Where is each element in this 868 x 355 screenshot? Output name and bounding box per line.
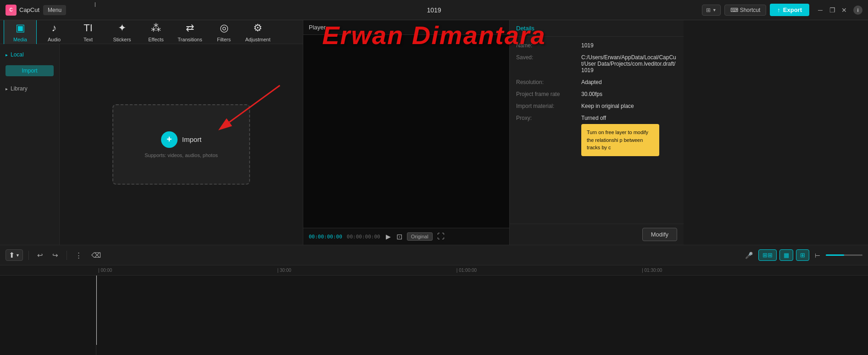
import-sidebar-button[interactable]: Import — [6, 65, 54, 76]
cursor-dropdown-icon: ▼ — [16, 253, 20, 258]
adjustment-icon: ⚙ — [253, 22, 262, 34]
shortcut-button[interactable]: ⌨ Shortcut — [724, 5, 767, 16]
track-content — [96, 276, 868, 355]
detail-row-saved: Saved: C:/Users/Erwan/AppData/Local/CapC… — [516, 54, 677, 73]
toolbar-item-transitions[interactable]: ⇄ Transitions — [173, 16, 206, 49]
volume-fill — [826, 254, 844, 256]
toolbar-item-filters[interactable]: ◎ Filters — [207, 16, 240, 49]
timeline-area: ⬆ ▼ ↩ ↪ ⋮ ⌫ 🎤 ⊞⊞ ▦ ⊞ ⊢ — [0, 245, 868, 355]
detail-row-resolution: Resolution: Adapted — [516, 79, 677, 85]
resolution-label: Resolution: — [516, 79, 576, 85]
text-icon: TI — [83, 22, 93, 34]
plus-icon: + — [167, 134, 172, 145]
tooltip-box: Turn on free layer to modify the relatio… — [581, 124, 659, 156]
timeline-toolbar: ⬆ ▼ ↩ ↪ ⋮ ⌫ 🎤 ⊞⊞ ▦ ⊞ ⊢ — [0, 245, 868, 265]
effects-icon: ⁂ — [151, 22, 161, 34]
close-button[interactable]: ✕ — [840, 6, 848, 14]
toolbar-nav: ▣ Media ♪ Audio TI Text ✦ Stickers ⁂ E — [0, 20, 303, 44]
detail-row-name: Name: 1019 — [516, 42, 677, 49]
import-box-inner: + Import — [161, 131, 202, 148]
title-bar-right: ⊞ ▼ ⌨ Shortcut ↑ Export ─ ❐ ✕ i — [702, 4, 862, 16]
effects-label: Effects — [148, 37, 163, 42]
original-button[interactable]: Original — [407, 232, 433, 241]
details-footer: Modify — [510, 224, 684, 245]
app-logo-icon: C — [6, 5, 17, 16]
title-bar: C CapCut Menu 1019 ⊞ ▼ ⌨ Shortcut ↑ Expo… — [0, 0, 868, 20]
name-label: Name: — [516, 42, 576, 49]
split-button[interactable]: ⋮ — [72, 249, 85, 261]
audio-icon: ♪ — [52, 22, 57, 34]
proxy-value: Turned off — [581, 115, 659, 121]
redo-button[interactable]: ↪ — [50, 249, 61, 261]
detail-row-proxy: Proxy: Turned off Turn on free layer to … — [516, 115, 677, 156]
window-controls: ─ ❐ ✕ — [817, 6, 848, 14]
link-clips-button[interactable]: ⊞⊞ — [758, 249, 777, 261]
player-area: Player 00:00:00:00 00:00:00:00 ▶ ⊡ Origi… — [303, 20, 509, 245]
app-name: CapCut — [19, 6, 39, 13]
toolbar-item-text[interactable]: TI Text — [72, 16, 105, 49]
details-content: Name: 1019 Saved: C:/Users/Erwan/AppData… — [510, 37, 684, 224]
toolbar-item-effects[interactable]: ⁂ Effects — [139, 16, 172, 49]
main-track-button[interactable]: ▦ — [779, 249, 793, 261]
app-logo: C CapCut — [6, 5, 39, 16]
crop-icon-button[interactable]: ⊡ — [396, 232, 402, 241]
minimize-button[interactable]: ─ — [817, 6, 824, 14]
pip-icon: ⊞ — [800, 252, 805, 259]
sidebar-library-label: Library — [11, 85, 28, 92]
play-button[interactable]: ▶ — [385, 232, 392, 241]
cursor-tool[interactable]: ⬆ ▼ — [6, 249, 23, 261]
filters-label: Filters — [217, 37, 231, 42]
export-label: Export — [783, 6, 802, 13]
filters-icon: ◎ — [220, 22, 228, 34]
volume-slider[interactable] — [826, 254, 862, 256]
delete-button[interactable]: ⌫ — [89, 249, 104, 261]
library-arrow-icon: ▸ — [6, 86, 8, 91]
info-badge-text: i — [857, 7, 858, 13]
monitor-icon-button[interactable]: ⊞ ▼ — [702, 5, 721, 16]
media-area: + Import Supports: videos, audios, photo… — [60, 44, 303, 245]
ruler-mark-1: | 00:00 — [98, 268, 112, 273]
pip-button[interactable]: ⊞ — [796, 249, 809, 261]
monitor-icon: ⊞ — [706, 7, 711, 13]
proxy-content: Turned off Turn on free layer to modify … — [581, 115, 659, 156]
toolbar-item-audio[interactable]: ♪ Audio — [38, 16, 71, 49]
media-icon: ▣ — [16, 22, 25, 34]
total-time: 00:00:00:00 — [347, 234, 380, 240]
sidebar-item-library[interactable]: ▸ Library — [0, 82, 59, 96]
sidebar-item-local[interactable]: ▸ Local — [0, 48, 59, 62]
fullscreen-button[interactable]: ⛶ — [437, 232, 445, 241]
transitions-icon: ⇄ — [186, 22, 194, 34]
import-plus-button[interactable]: + — [161, 131, 178, 148]
ruler-mark-3: | 01:00:00 — [456, 268, 477, 273]
info-badge[interactable]: i — [853, 6, 862, 15]
left-sidebar: ▸ Local Import ▸ Library — [0, 44, 60, 245]
menu-button[interactable]: Menu — [43, 5, 66, 15]
track-labels — [0, 276, 96, 355]
details-panel: Details Name: 1019 Saved: C:/Users/Erwan… — [509, 20, 684, 245]
player-controls: 00:00:00:00 00:00:00:00 ▶ ⊡ Original ⛶ — [303, 228, 509, 245]
export-button[interactable]: ↑ Export — [770, 4, 809, 16]
keyboard-icon: ⌨ — [730, 7, 738, 13]
playhead-line — [96, 276, 97, 345]
undo-button[interactable]: ↩ — [34, 249, 46, 261]
timeline-ruler: | | 00:00 | 30:00 | 01:00:00 | 01:30:00 — [0, 265, 868, 276]
toolbar-item-adjustment[interactable]: ⚙ Adjustment — [241, 16, 274, 49]
import-box[interactable]: + Import Supports: videos, audios, photo… — [112, 104, 250, 185]
timeline-right-buttons: 🎤 ⊞⊞ ▦ ⊞ ⊢ — [742, 249, 862, 261]
stickers-icon: ✦ — [118, 22, 126, 34]
import-sub-text: Supports: videos, audios, photos — [145, 152, 218, 158]
audio-label: Audio — [48, 37, 61, 42]
align-button[interactable]: ⊢ — [812, 250, 823, 261]
ruler-mark-2: | 30:00 — [277, 268, 291, 273]
restore-button[interactable]: ❐ — [829, 6, 836, 14]
media-panel-row: ▸ Local Import ▸ Library — [0, 44, 303, 245]
adjustment-label: Adjustment — [245, 37, 270, 42]
sidebar-local-label: Local — [11, 51, 24, 58]
cursor-icon: ⬆ — [9, 251, 15, 259]
toolbar-item-media[interactable]: ▣ Media — [4, 16, 37, 49]
mic-button[interactable]: 🎤 — [742, 250, 756, 261]
player-header: Player — [303, 20, 509, 35]
modify-button[interactable]: Modify — [642, 228, 677, 241]
toolbar-item-stickers[interactable]: ✦ Stickers — [106, 16, 139, 49]
monitor-dropdown-arrow: ▼ — [712, 8, 717, 12]
